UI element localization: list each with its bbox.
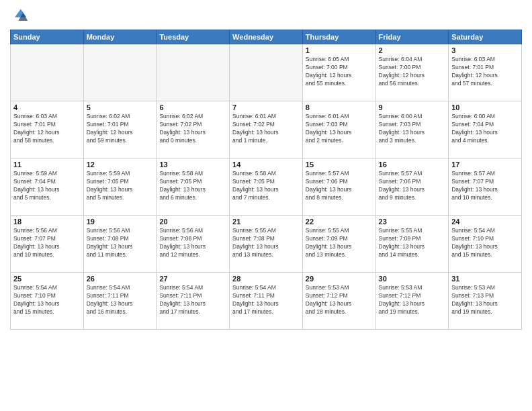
day-info: Sunrise: 6:03 AM Sunset: 7:01 PM Dayligh… [451,56,519,88]
weekday-header-monday: Monday [83,30,157,44]
calendar-cell: 21Sunrise: 5:55 AM Sunset: 7:08 PM Dayli… [230,216,303,273]
calendar-cell: 23Sunrise: 5:55 AM Sunset: 7:09 PM Dayli… [375,216,449,273]
calendar-cell: 3Sunrise: 6:03 AM Sunset: 7:01 PM Daylig… [449,44,522,101]
calendar-cell: 25Sunrise: 5:54 AM Sunset: 7:10 PM Dayli… [11,273,84,330]
day-info: Sunrise: 5:59 AM Sunset: 7:04 PM Dayligh… [13,170,81,202]
weekday-header-wednesday: Wednesday [230,30,303,44]
day-number: 30 [379,275,446,283]
day-info: Sunrise: 5:58 AM Sunset: 7:05 PM Dayligh… [159,170,226,202]
calendar-cell: 9Sunrise: 6:00 AM Sunset: 7:03 PM Daylig… [375,101,449,158]
day-number: 14 [232,161,300,169]
calendar-cell: 16Sunrise: 5:57 AM Sunset: 7:06 PM Dayli… [375,158,449,216]
page: SundayMondayTuesdayWednesdayThursdayFrid… [0,0,532,411]
day-info: Sunrise: 5:56 AM Sunset: 7:08 PM Dayligh… [159,227,226,259]
calendar-table: SundayMondayTuesdayWednesdayThursdayFrid… [10,30,522,330]
day-info: Sunrise: 5:53 AM Sunset: 7:12 PM Dayligh… [379,284,446,316]
day-number: 5 [87,103,154,111]
day-number: 25 [13,275,81,283]
day-number: 6 [159,103,226,111]
day-number: 2 [379,46,446,54]
day-info: Sunrise: 6:05 AM Sunset: 7:00 PM Dayligh… [306,56,373,88]
week-row-1: 1Sunrise: 6:05 AM Sunset: 7:00 PM Daylig… [11,44,522,101]
day-info: Sunrise: 5:59 AM Sunset: 7:05 PM Dayligh… [87,170,154,202]
day-info: Sunrise: 5:57 AM Sunset: 7:06 PM Dayligh… [306,170,373,202]
day-info: Sunrise: 6:04 AM Sunset: 7:00 PM Dayligh… [379,56,446,88]
calendar-cell: 27Sunrise: 5:54 AM Sunset: 7:11 PM Dayli… [157,273,230,330]
day-number: 22 [306,218,373,226]
calendar-cell: 18Sunrise: 5:56 AM Sunset: 7:07 PM Dayli… [11,216,84,273]
day-number: 3 [451,46,519,54]
day-info: Sunrise: 5:56 AM Sunset: 7:08 PM Dayligh… [87,227,154,259]
week-row-2: 4Sunrise: 6:03 AM Sunset: 7:01 PM Daylig… [11,101,522,158]
calendar-cell: 29Sunrise: 5:53 AM Sunset: 7:12 PM Dayli… [302,273,375,330]
calendar-cell: 17Sunrise: 5:57 AM Sunset: 7:07 PM Dayli… [449,158,522,216]
day-number: 12 [87,161,154,169]
day-info: Sunrise: 6:00 AM Sunset: 7:04 PM Dayligh… [451,113,519,145]
day-number: 29 [306,275,373,283]
day-number: 8 [306,103,373,111]
week-row-5: 25Sunrise: 5:54 AM Sunset: 7:10 PM Dayli… [11,273,522,330]
day-info: Sunrise: 5:57 AM Sunset: 7:06 PM Dayligh… [379,170,446,202]
week-row-3: 11Sunrise: 5:59 AM Sunset: 7:04 PM Dayli… [11,158,522,216]
weekday-header-row: SundayMondayTuesdayWednesdayThursdayFrid… [11,30,522,44]
day-number: 26 [87,275,154,283]
day-number: 4 [13,103,81,111]
calendar-cell: 7Sunrise: 6:01 AM Sunset: 7:02 PM Daylig… [230,101,303,158]
calendar-cell [83,44,157,101]
logo [10,7,32,26]
day-number: 11 [13,161,81,169]
day-number: 9 [379,103,446,111]
day-number: 21 [232,218,300,226]
calendar-cell: 19Sunrise: 5:56 AM Sunset: 7:08 PM Dayli… [83,216,157,273]
calendar-cell: 2Sunrise: 6:04 AM Sunset: 7:00 PM Daylig… [375,44,449,101]
calendar-cell: 28Sunrise: 5:54 AM Sunset: 7:11 PM Dayli… [230,273,303,330]
day-number: 10 [451,103,519,111]
day-number: 24 [451,218,519,226]
day-info: Sunrise: 5:54 AM Sunset: 7:10 PM Dayligh… [451,227,519,259]
week-row-4: 18Sunrise: 5:56 AM Sunset: 7:07 PM Dayli… [11,216,522,273]
calendar-cell: 1Sunrise: 6:05 AM Sunset: 7:00 PM Daylig… [302,44,375,101]
day-info: Sunrise: 5:53 AM Sunset: 7:13 PM Dayligh… [451,284,519,316]
logo-icon [10,7,29,26]
calendar-cell: 13Sunrise: 5:58 AM Sunset: 7:05 PM Dayli… [157,158,230,216]
calendar-cell: 24Sunrise: 5:54 AM Sunset: 7:10 PM Dayli… [449,216,522,273]
day-number: 20 [159,218,226,226]
calendar-cell: 30Sunrise: 5:53 AM Sunset: 7:12 PM Dayli… [375,273,449,330]
day-info: Sunrise: 6:02 AM Sunset: 7:02 PM Dayligh… [159,113,226,145]
day-info: Sunrise: 5:54 AM Sunset: 7:11 PM Dayligh… [159,284,226,316]
calendar-cell: 26Sunrise: 5:54 AM Sunset: 7:11 PM Dayli… [83,273,157,330]
day-number: 19 [87,218,154,226]
calendar-cell: 31Sunrise: 5:53 AM Sunset: 7:13 PM Dayli… [449,273,522,330]
calendar-cell: 15Sunrise: 5:57 AM Sunset: 7:06 PM Dayli… [302,158,375,216]
calendar-cell: 20Sunrise: 5:56 AM Sunset: 7:08 PM Dayli… [157,216,230,273]
weekday-header-sunday: Sunday [11,30,84,44]
day-info: Sunrise: 5:55 AM Sunset: 7:09 PM Dayligh… [306,227,373,259]
day-info: Sunrise: 5:56 AM Sunset: 7:07 PM Dayligh… [13,227,81,259]
calendar-cell [11,44,84,101]
calendar-cell: 4Sunrise: 6:03 AM Sunset: 7:01 PM Daylig… [11,101,84,158]
day-number: 1 [306,46,373,54]
day-info: Sunrise: 5:54 AM Sunset: 7:11 PM Dayligh… [232,284,300,316]
day-info: Sunrise: 6:03 AM Sunset: 7:01 PM Dayligh… [13,113,81,145]
day-info: Sunrise: 6:00 AM Sunset: 7:03 PM Dayligh… [379,113,446,145]
day-number: 23 [379,218,446,226]
day-info: Sunrise: 5:54 AM Sunset: 7:10 PM Dayligh… [13,284,81,316]
day-number: 18 [13,218,81,226]
calendar-cell: 14Sunrise: 5:58 AM Sunset: 7:05 PM Dayli… [230,158,303,216]
weekday-header-tuesday: Tuesday [157,30,230,44]
day-number: 17 [451,161,519,169]
day-number: 13 [159,161,226,169]
day-info: Sunrise: 5:54 AM Sunset: 7:11 PM Dayligh… [87,284,154,316]
calendar-cell: 22Sunrise: 5:55 AM Sunset: 7:09 PM Dayli… [302,216,375,273]
day-number: 31 [451,275,519,283]
weekday-header-friday: Friday [375,30,449,44]
day-info: Sunrise: 5:57 AM Sunset: 7:07 PM Dayligh… [451,170,519,202]
calendar-cell [230,44,303,101]
day-number: 15 [306,161,373,169]
day-info: Sunrise: 5:58 AM Sunset: 7:05 PM Dayligh… [232,170,300,202]
weekday-header-saturday: Saturday [449,30,522,44]
calendar-cell: 11Sunrise: 5:59 AM Sunset: 7:04 PM Dayli… [11,158,84,216]
day-number: 27 [159,275,226,283]
day-number: 28 [232,275,300,283]
day-number: 16 [379,161,446,169]
